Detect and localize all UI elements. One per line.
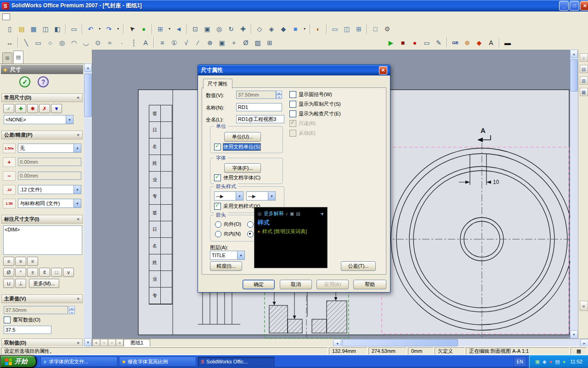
record-macro-icon[interactable]: ● bbox=[409, 37, 420, 48]
surface-finish-icon[interactable]: √ bbox=[181, 37, 192, 48]
favorite-combo[interactable]: <NONE> ▼ bbox=[4, 115, 74, 124]
arrow-inside-radio[interactable]: 向内(N) bbox=[215, 230, 241, 237]
arrow-outside-radio[interactable]: 向外(O) bbox=[215, 221, 241, 228]
section-dimension-text[interactable]: 标注尺寸文字(I) « bbox=[1, 215, 83, 224]
section-tolerance[interactable]: 公差/精度(P) « bbox=[1, 131, 83, 139]
chevron-down-icon[interactable]: ▼ bbox=[74, 144, 81, 152]
smart-dimension-icon[interactable]: ↔ bbox=[4, 37, 15, 48]
note-icon[interactable]: ≡ bbox=[157, 37, 168, 48]
next-sheet-button[interactable]: › bbox=[108, 339, 116, 346]
undo-icon[interactable]: ↶ bbox=[85, 23, 96, 34]
section-view-icon[interactable]: ◐ bbox=[313, 23, 324, 34]
override-value-checkbox[interactable]: 覆写数值(O) bbox=[0, 315, 84, 325]
translation-link[interactable] bbox=[258, 253, 324, 262]
ellipse-icon[interactable]: ⊙ bbox=[92, 37, 103, 48]
translation-link[interactable] bbox=[258, 245, 324, 253]
save-favorite-button[interactable]: ▼ bbox=[51, 104, 62, 113]
prev-sheet-button[interactable]: ‹ bbox=[100, 339, 108, 346]
use-document-style-checkbox[interactable]: 采用文档样式(Y) bbox=[214, 201, 260, 211]
driven-checkbox[interactable]: 从动(E) bbox=[289, 128, 341, 138]
view-orientation-dropdown[interactable]: ▾ bbox=[167, 23, 172, 34]
hole-callout-icon[interactable]: Ø bbox=[240, 37, 251, 48]
menu-item[interactable] bbox=[33, 15, 39, 18]
stop-record-icon[interactable]: ▬ bbox=[502, 37, 513, 48]
arrow-style-combo-2[interactable]: —▶ ▼ bbox=[246, 191, 276, 201]
tray-volume-icon[interactable]: ◆ bbox=[543, 359, 546, 365]
tolerance-button[interactable]: 公差(T)... bbox=[341, 261, 376, 271]
perimeter-circle-icon[interactable]: ◎ bbox=[57, 37, 68, 48]
weld-symbol-icon[interactable]: ∕ bbox=[192, 37, 204, 48]
symbol-button[interactable]: ⊥ bbox=[15, 279, 26, 288]
tray-powerword-icon[interactable]: ● bbox=[549, 359, 553, 365]
stop-macro-icon[interactable]: ■ bbox=[397, 37, 408, 48]
separator[interactable] bbox=[152, 24, 153, 34]
value-spinner[interactable]: ▲▼ bbox=[69, 306, 75, 314]
override-value-field[interactable] bbox=[4, 326, 51, 334]
tangent-arc-icon[interactable]: ◡ bbox=[80, 37, 91, 48]
rectangle-icon[interactable]: ▭ bbox=[33, 37, 44, 48]
edit-macro-icon[interactable]: ✎ bbox=[433, 37, 444, 48]
chevron-down-icon[interactable]: ▼ bbox=[237, 251, 244, 259]
start-button[interactable]: 开始 bbox=[0, 355, 37, 368]
separator[interactable] bbox=[499, 37, 500, 47]
show-parentheses-checkbox[interactable]: 显示圆括号(W) bbox=[289, 90, 341, 99]
wireframe-icon[interactable]: ◇ bbox=[254, 23, 265, 34]
last-sheet-button[interactable]: » bbox=[116, 339, 124, 346]
inspection-dimension-checkbox[interactable]: 显示为检查尺寸(E) bbox=[289, 109, 341, 119]
more-text-options-button[interactable]: 更多(M)... bbox=[29, 279, 59, 288]
separator[interactable] bbox=[326, 24, 327, 34]
view-orientation-icon[interactable]: ⊞ bbox=[155, 23, 166, 34]
zoom-to-area-icon[interactable]: ▣ bbox=[202, 23, 213, 34]
language-indicator[interactable]: EN bbox=[514, 356, 526, 367]
menu-item[interactable] bbox=[13, 15, 20, 18]
point-icon[interactable]: · bbox=[116, 37, 127, 48]
hidden-lines-visible-icon[interactable]: ◈ bbox=[266, 23, 277, 34]
justify-center-button[interactable]: ≡ bbox=[15, 257, 26, 266]
layer-combo[interactable]: TITLE ▼ bbox=[210, 251, 245, 260]
tray-network-icon[interactable]: ▤ bbox=[555, 359, 560, 365]
make-drawing-icon[interactable]: ◫ bbox=[40, 23, 51, 34]
chevron-down-icon[interactable]: ▼ bbox=[74, 199, 81, 207]
value-spinner[interactable]: ▲▼ bbox=[276, 91, 282, 99]
help-button[interactable]: 帮助 bbox=[353, 280, 386, 289]
read-only-checkbox[interactable]: 只读(R) bbox=[289, 119, 341, 128]
more-explanations-link[interactable]: 更多解释 bbox=[264, 210, 284, 217]
font-button[interactable]: 字体(F)... bbox=[224, 163, 261, 173]
tray-messenger-icon[interactable]: ● bbox=[563, 359, 566, 365]
update-favorite-button[interactable]: ✱ bbox=[27, 104, 38, 113]
hidden-lines-removed-icon[interactable]: ◆ bbox=[278, 23, 289, 34]
toolbox-icon[interactable]: ◆ bbox=[474, 37, 485, 48]
menu-item[interactable] bbox=[20, 15, 26, 18]
separator[interactable] bbox=[187, 24, 187, 34]
run-macro-icon[interactable]: ▶ bbox=[385, 37, 396, 48]
chevron-down-icon[interactable]: ▼ bbox=[268, 192, 275, 200]
spline-icon[interactable]: ≈ bbox=[104, 37, 115, 48]
speaker-icon[interactable]: ♪ bbox=[286, 211, 288, 216]
zoom-in-out-icon[interactable]: ◎ bbox=[214, 23, 225, 34]
separator[interactable] bbox=[310, 24, 311, 34]
undo-dropdown[interactable]: ▾ bbox=[97, 23, 102, 34]
separator[interactable] bbox=[251, 24, 252, 34]
separator[interactable] bbox=[367, 24, 368, 34]
separator[interactable] bbox=[17, 37, 18, 47]
dimension-text-area[interactable]: <DIM> bbox=[3, 225, 82, 255]
centerline-icon[interactable]: ┆ bbox=[128, 37, 139, 48]
clock[interactable]: 11:52 bbox=[570, 359, 582, 364]
task-solidworks[interactable]: S SolidWorks Offic... bbox=[198, 356, 275, 367]
fullscreen-icon[interactable]: □ bbox=[370, 23, 381, 34]
symbol-button[interactable]: ° bbox=[15, 268, 26, 277]
task-pane-file-explorer-icon[interactable]: ▥ bbox=[580, 76, 588, 85]
circle-icon[interactable]: ○ bbox=[45, 37, 56, 48]
close-button[interactable]: ✕ bbox=[580, 1, 588, 11]
rebuild-icon[interactable]: ● bbox=[138, 23, 149, 34]
text-icon[interactable]: A bbox=[140, 37, 151, 48]
symbol-button[interactable]: ∨ bbox=[63, 268, 74, 277]
viewport-four-icon[interactable]: ⊞ bbox=[353, 23, 364, 34]
scrollbar-thumb[interactable] bbox=[84, 74, 92, 117]
use-document-units-checkbox[interactable]: 使用文档单位(S) bbox=[214, 142, 260, 152]
tolerance-precision-combo[interactable]: 与标称相同 (文件) ▼ bbox=[18, 199, 81, 208]
task-pane-design-library-icon[interactable]: ▤ bbox=[580, 65, 588, 73]
menu-item[interactable] bbox=[39, 15, 45, 18]
translation-link[interactable] bbox=[258, 236, 324, 245]
precision-combo[interactable]: .12 (文件) ▼ bbox=[18, 185, 81, 194]
